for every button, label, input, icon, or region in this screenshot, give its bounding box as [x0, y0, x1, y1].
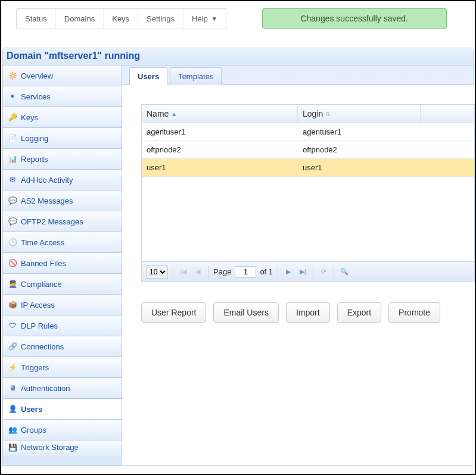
sidebar-item-triggers-icon: ⚡: [8, 362, 17, 372]
table-row[interactable]: oftpnode2oftpnode2: [142, 141, 474, 159]
page-label: Page: [213, 267, 231, 276]
sidebar-item-connections-icon: 🔗: [8, 342, 17, 351]
cell-login: user1: [298, 159, 421, 176]
sidebar-item-label: Time Access: [21, 238, 64, 247]
sidebar-item-adhoc-icon: ✉: [8, 175, 17, 185]
table-row[interactable]: agentuser1agentuser1: [142, 123, 474, 141]
sidebar-item-compliance[interactable]: 👮Compliance: [3, 274, 122, 295]
sidebar-item-logging-icon: 📄: [8, 133, 17, 143]
top-menu: Status Domains Keys Settings Help▼: [16, 8, 226, 29]
sidebar-item-label: Authentication: [21, 384, 70, 393]
import-button[interactable]: Import: [286, 302, 330, 323]
sidebar-item-compliance-icon: 👮: [8, 279, 17, 289]
sidebar-item-label: Keys: [21, 113, 38, 122]
menu-keys[interactable]: Keys: [103, 9, 138, 29]
sidebar-item-bannedfiles[interactable]: 🚫Banned Files: [3, 253, 122, 274]
sidebar-item-services-icon: ✴: [8, 92, 17, 101]
sidebar-item-auth[interactable]: 🖥Authentication: [3, 378, 122, 399]
menu-help[interactable]: Help▼: [183, 9, 226, 29]
sidebar-item-adhoc[interactable]: ✉Ad-Hoc Activity: [3, 170, 122, 190]
sidebar-item-label: Users: [21, 405, 42, 414]
sidebar-item-overview-icon: 🔆: [8, 71, 17, 80]
sidebar-item-timeaccess-icon: 🕒: [8, 238, 17, 247]
sidebar-item-label: Ad-Hoc Activity: [21, 176, 73, 185]
next-page-icon[interactable]: ▶: [283, 267, 294, 277]
menu-settings[interactable]: Settings: [138, 9, 183, 29]
sidebar-item-label: Overview: [21, 71, 53, 80]
sidebar-item-oftp2[interactable]: 💬OFTP2 Messages: [3, 211, 122, 232]
sidebar-item-label: DLP Rules: [21, 321, 58, 330]
sidebar-item-dlp[interactable]: 🛡DLP Rules: [3, 315, 122, 336]
page-total: of 1: [260, 267, 273, 276]
sidebar-item-label: AS2 Messages: [21, 196, 73, 205]
sidebar-item-label: Groups: [21, 426, 46, 435]
panel-title: Domain "mftserver1" running: [3, 48, 473, 65]
sidebar-item-auth-icon: 🖥: [8, 383, 17, 393]
sidebar-item-overview[interactable]: 🔆Overview: [3, 65, 122, 86]
tab-users[interactable]: Users: [129, 67, 167, 85]
page-size-select[interactable]: 10: [147, 265, 168, 279]
sidebar-item-label: Logging: [21, 134, 48, 143]
sidebar-item-groups[interactable]: 👥Groups: [3, 420, 122, 440]
sidebar-item-connections[interactable]: 🔗Connections: [3, 336, 122, 357]
cell-login: oftpnode2: [298, 141, 421, 158]
prev-page-icon[interactable]: ◀: [192, 267, 203, 277]
pager: 10 |◀ ◀ Page of 1 ▶ ▶| ⟳ �: [142, 261, 474, 282]
last-page-icon[interactable]: ▶|: [297, 267, 308, 277]
sidebar-item-logging[interactable]: 📄Logging: [3, 128, 122, 149]
cell-name: oftpnode2: [142, 141, 298, 158]
sidebar-item-reports-icon: 📊: [8, 154, 17, 164]
menu-status[interactable]: Status: [17, 9, 55, 29]
cell-login: agentuser1: [298, 123, 421, 140]
success-alert: Changes successfully saved.: [262, 8, 447, 29]
col-spacer: [421, 105, 474, 123]
sidebar-item-dlp-icon: 🛡: [8, 321, 17, 330]
sidebar-item-label: Services: [21, 92, 51, 101]
page-input[interactable]: [235, 266, 256, 278]
caret-down-icon: ▼: [211, 15, 217, 22]
sidebar-item-triggers[interactable]: ⚡Triggers: [3, 357, 122, 378]
menu-domains[interactable]: Domains: [55, 9, 103, 29]
sidebar-item-label: Connections: [21, 342, 64, 351]
email-users-button[interactable]: Email Users: [213, 302, 278, 323]
sidebar-item-label: Network Storage: [21, 443, 79, 452]
col-name[interactable]: Name▲: [142, 105, 298, 123]
sidebar-item-netstorage[interactable]: 💾Network Storage: [3, 440, 122, 456]
cell-name: agentuser1: [142, 123, 298, 140]
sort-asc-icon: ▲: [171, 111, 177, 117]
sidebar-item-as2-icon: 💬: [8, 196, 17, 205]
sidebar-item-ipaccess[interactable]: 📦IP Access: [3, 295, 122, 315]
sidebar-item-label: Triggers: [21, 363, 49, 372]
sidebar-item-as2[interactable]: 💬AS2 Messages: [3, 190, 122, 211]
sidebar-item-oftp2-icon: 💬: [8, 217, 17, 226]
sidebar-item-label: IP Access: [21, 301, 55, 310]
col-login[interactable]: Login⇅: [298, 105, 421, 123]
sidebar-item-label: OFTP2 Messages: [21, 217, 83, 226]
search-icon[interactable]: 🔍: [339, 267, 350, 277]
sidebar: 🔆Overview✴Services🔑Keys📄Logging📊Reports✉…: [3, 65, 122, 465]
refresh-icon[interactable]: ⟳: [318, 267, 329, 277]
first-page-icon[interactable]: |◀: [178, 267, 189, 277]
sidebar-item-services[interactable]: ✴Services: [3, 86, 122, 107]
export-button[interactable]: Export: [337, 302, 381, 323]
sidebar-item-bannedfiles-icon: 🚫: [8, 258, 17, 268]
sidebar-item-label: Reports: [21, 155, 48, 164]
cell-name: user1: [142, 159, 298, 176]
sidebar-item-label: Compliance: [21, 280, 62, 289]
sidebar-item-timeaccess[interactable]: 🕒Time Access: [3, 232, 122, 253]
sidebar-item-reports[interactable]: 📊Reports: [3, 149, 122, 170]
tab-templates[interactable]: Templates: [170, 67, 222, 85]
user-report-button[interactable]: User Report: [141, 302, 206, 323]
sidebar-item-ipaccess-icon: 📦: [8, 300, 17, 310]
sidebar-item-users-icon: 👤: [8, 404, 17, 414]
sort-icon: ⇅: [325, 111, 330, 117]
sidebar-item-label: Banned Files: [21, 259, 66, 268]
sidebar-item-groups-icon: 👥: [8, 425, 17, 435]
sidebar-item-keys-icon: 🔑: [8, 112, 17, 122]
sidebar-item-netstorage-icon: 💾: [8, 443, 17, 452]
promote-button[interactable]: Promote: [388, 302, 440, 323]
users-grid: Name▲ Login⇅ agentuser1agentuser1oftpnod…: [141, 104, 475, 282]
table-row[interactable]: user1user1: [142, 159, 474, 177]
sidebar-item-users[interactable]: 👤Users: [3, 399, 122, 420]
sidebar-item-keys[interactable]: 🔑Keys: [3, 107, 122, 128]
